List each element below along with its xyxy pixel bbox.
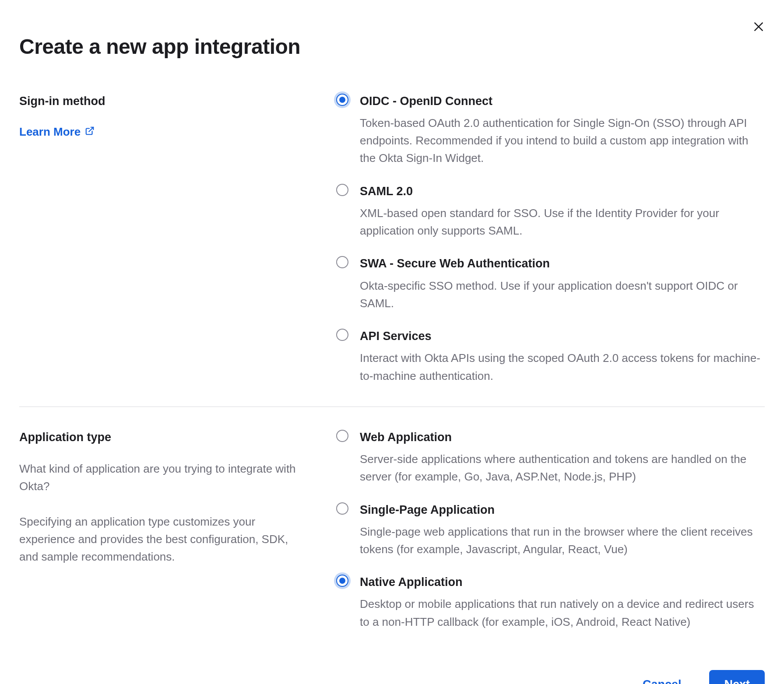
radio-option-spa[interactable]: Single-Page Application Single-page web … [336, 502, 765, 558]
radio-label: API Services [360, 328, 765, 345]
application-type-heading: Application type [19, 429, 310, 446]
radio-icon [336, 94, 348, 106]
radio-icon [336, 430, 348, 442]
radio-desc: Desktop or mobile applications that run … [360, 595, 765, 631]
radio-body: Single-Page Application Single-page web … [360, 502, 765, 558]
radio-label: SWA - Secure Web Authentication [360, 255, 765, 272]
radio-desc: Interact with Okta APIs using the scoped… [360, 349, 765, 385]
learn-more-label: Learn More [19, 124, 81, 140]
page-title: Create a new app integration [19, 32, 765, 62]
radio-icon [336, 184, 348, 196]
radio-icon [336, 329, 348, 341]
section-application-type: Application type What kind of applicatio… [19, 407, 765, 652]
radio-body: OIDC - OpenID Connect Token-based OAuth … [360, 93, 765, 167]
radio-option-native-app[interactable]: Native Application Desktop or mobile app… [336, 574, 765, 631]
radio-body: Web Application Server-side applications… [360, 429, 765, 486]
section-left: Sign-in method Learn More [19, 93, 323, 385]
radio-body: Native Application Desktop or mobile app… [360, 574, 765, 631]
external-link-icon [85, 124, 95, 140]
radio-body: SWA - Secure Web Authentication Okta-spe… [360, 255, 765, 312]
radio-label: Native Application [360, 574, 765, 591]
application-type-desc2: Specifying an application type customize… [19, 513, 310, 566]
radio-desc: Okta-specific SSO method. Use if your ap… [360, 277, 765, 312]
radio-desc: Single-page web applications that run in… [360, 523, 765, 558]
radio-icon [336, 502, 348, 515]
radio-desc: Token-based OAuth 2.0 authentication for… [360, 114, 765, 167]
radio-desc: Server-side applications where authentic… [360, 450, 765, 486]
radio-label: OIDC - OpenID Connect [360, 93, 765, 110]
section-left: Application type What kind of applicatio… [19, 429, 323, 631]
apptype-options: Web Application Server-side applications… [336, 429, 765, 631]
application-type-desc1: What kind of application are you trying … [19, 460, 310, 495]
radio-option-swa[interactable]: SWA - Secure Web Authentication Okta-spe… [336, 255, 765, 312]
radio-label: Single-Page Application [360, 502, 765, 519]
close-icon [753, 21, 764, 37]
radio-body: SAML 2.0 XML-based open standard for SSO… [360, 183, 765, 240]
radio-option-web-app[interactable]: Web Application Server-side applications… [336, 429, 765, 486]
radio-desc: XML-based open standard for SSO. Use if … [360, 204, 765, 240]
radio-option-api-services[interactable]: API Services Interact with Okta APIs usi… [336, 328, 765, 385]
radio-icon [336, 256, 348, 268]
radio-option-saml[interactable]: SAML 2.0 XML-based open standard for SSO… [336, 183, 765, 240]
radio-label: SAML 2.0 [360, 183, 765, 200]
signin-method-heading: Sign-in method [19, 93, 310, 110]
close-button[interactable] [750, 20, 767, 38]
radio-body: API Services Interact with Okta APIs usi… [360, 328, 765, 385]
dialog-footer: Cancel Next [19, 670, 765, 684]
svg-line-2 [89, 127, 93, 131]
radio-icon [336, 575, 348, 587]
learn-more-link[interactable]: Learn More [19, 124, 95, 140]
signin-options: OIDC - OpenID Connect Token-based OAuth … [336, 93, 765, 385]
section-signin-method: Sign-in method Learn More OIDC - OpenID … [19, 93, 765, 407]
cancel-button[interactable]: Cancel [628, 670, 696, 684]
radio-label: Web Application [360, 429, 765, 446]
radio-option-oidc[interactable]: OIDC - OpenID Connect Token-based OAuth … [336, 93, 765, 167]
next-button[interactable]: Next [709, 670, 765, 684]
